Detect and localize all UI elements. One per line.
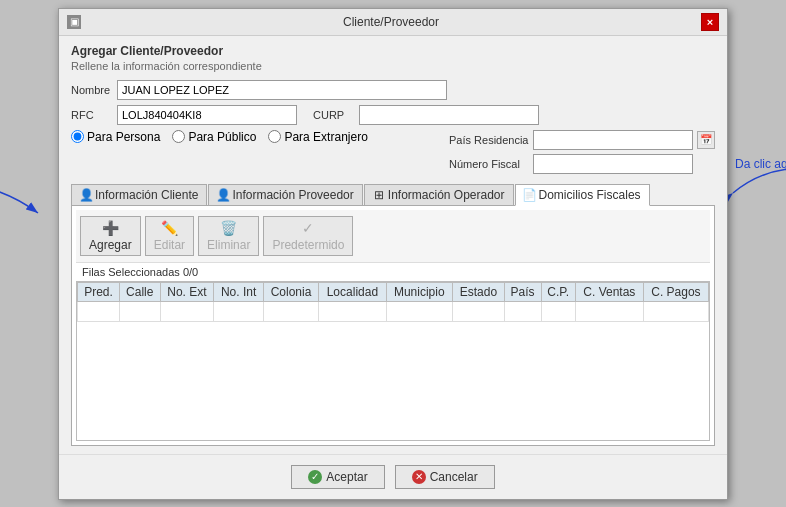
annotation-right: Da clic aquí	[735, 156, 786, 173]
curp-row: CURP	[313, 105, 539, 125]
annotation-left: 6.- Después da clic en Agregar	[0, 163, 48, 197]
radio-publico[interactable]: Para Público	[172, 130, 256, 144]
table-body	[78, 301, 709, 321]
cancelar-button[interactable]: ✕ Cancelar	[395, 465, 495, 489]
window-title: Cliente/Proveedor	[81, 15, 701, 29]
pais-residencia-label: País Residencia	[449, 134, 529, 146]
nombre-row: Nombre	[71, 80, 715, 100]
section-subtitle: Rellene la información correspondiente	[71, 60, 715, 72]
tab-info-proveedor[interactable]: 👤 Información Proveedor	[208, 184, 362, 205]
tab-info-cliente[interactable]: 👤 Información Cliente	[71, 184, 207, 205]
aceptar-button[interactable]: ✓ Aceptar	[291, 465, 384, 489]
eliminar-icon: 🗑️	[220, 220, 237, 236]
table-row	[78, 301, 709, 321]
section-title: Agregar Cliente/Proveedor	[71, 44, 715, 58]
col-pais: País	[504, 282, 541, 301]
radio-group: Para Persona Para Público Para Extranjer…	[71, 130, 439, 144]
predeterminar-icon: ✓	[302, 220, 314, 236]
window-icon: ▣	[67, 15, 81, 29]
col-municipio: Municipio	[386, 282, 453, 301]
rfc-input[interactable]	[117, 105, 297, 125]
pais-residencia-input[interactable]	[533, 130, 693, 150]
numero-fiscal-row: Número Fiscal	[449, 154, 715, 174]
predeterminar-button[interactable]: ✓ Predetermido	[263, 216, 353, 256]
col-pred: Pred.	[78, 282, 120, 301]
form-content: Agregar Cliente/Proveedor Rellene la inf…	[59, 36, 727, 454]
toolbar: ➕ Agregar ✏️ Editar 🗑️ Eliminar ✓ Predet…	[76, 210, 710, 263]
cancelar-icon: ✕	[412, 470, 426, 484]
tab-panel: ➕ Agregar ✏️ Editar 🗑️ Eliminar ✓ Predet…	[71, 206, 715, 446]
rfc-row: RFC	[71, 105, 297, 125]
nombre-label: Nombre	[71, 84, 111, 96]
curp-label: CURP	[313, 109, 353, 121]
rfc-label: RFC	[71, 109, 111, 121]
arrow-right	[723, 163, 786, 213]
person-icon: 👤	[80, 189, 92, 201]
data-table: Pred. Calle No. Ext No. Int Colonia Loca…	[77, 282, 709, 322]
doc-icon: 📄	[524, 189, 536, 201]
editar-button[interactable]: ✏️ Editar	[145, 216, 194, 256]
title-bar-left: ▣	[67, 15, 81, 29]
editar-icon: ✏️	[161, 220, 178, 236]
agregar-button[interactable]: ➕ Agregar	[80, 216, 141, 256]
data-table-container[interactable]: Pred. Calle No. Ext No. Int Colonia Loca…	[76, 281, 710, 441]
eliminar-button[interactable]: 🗑️ Eliminar	[198, 216, 259, 256]
nombre-input[interactable]	[117, 80, 447, 100]
grid-icon: ⊞	[373, 189, 385, 201]
tab-domicilios-fiscales[interactable]: 📄 Domicilios Fiscales	[515, 184, 650, 206]
title-bar: ▣ Cliente/Proveedor ×	[59, 9, 727, 36]
tab-bar: 👤 Información Cliente 👤 Información Prov…	[71, 184, 715, 206]
radio-extranjero[interactable]: Para Extranjero	[268, 130, 367, 144]
aceptar-icon: ✓	[308, 470, 322, 484]
radio-persona[interactable]: Para Persona	[71, 130, 160, 144]
col-colonia: Colonia	[263, 282, 318, 301]
pais-residencia-row: País Residencia 📅	[449, 130, 715, 150]
col-calle: Calle	[120, 282, 161, 301]
col-no-int: No. Int	[214, 282, 263, 301]
table-header-row: Pred. Calle No. Ext No. Int Colonia Loca…	[78, 282, 709, 301]
col-c-pagos: C. Pagos	[643, 282, 708, 301]
numero-fiscal-input[interactable]	[533, 154, 693, 174]
calendar-button[interactable]: 📅	[697, 131, 715, 149]
rows-info: Filas Seleccionadas 0/0	[76, 263, 710, 281]
col-estado: Estado	[453, 282, 505, 301]
close-button[interactable]: ×	[701, 13, 719, 31]
main-window: ▣ Cliente/Proveedor × Agregar Cliente/Pr…	[58, 8, 728, 500]
person2-icon: 👤	[217, 189, 229, 201]
numero-fiscal-label: Número Fiscal	[449, 158, 529, 170]
tab-info-operador[interactable]: ⊞ Información Operador	[364, 184, 514, 205]
col-c-ventas: C. Ventas	[575, 282, 643, 301]
curp-input[interactable]	[359, 105, 539, 125]
col-no-ext: No. Ext	[160, 282, 214, 301]
col-localidad: Localidad	[319, 282, 386, 301]
col-cp: C.P.	[541, 282, 575, 301]
agregar-icon: ➕	[102, 220, 119, 236]
footer: ✓ Aceptar ✕ Cancelar	[59, 454, 727, 499]
